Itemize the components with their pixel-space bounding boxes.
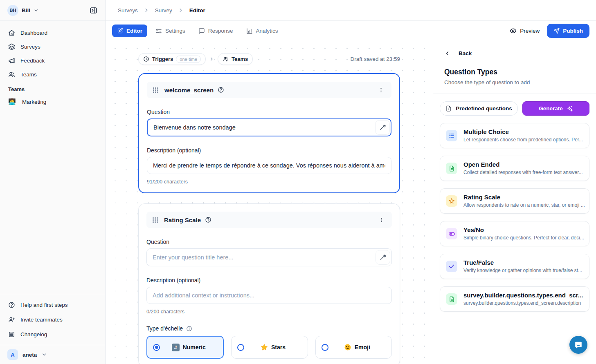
scale-option-emoji[interactable]: Emoji	[315, 336, 392, 359]
tab-response[interactable]: Response	[193, 25, 238, 38]
type-description: Allow respondents to rate on a numeric, …	[463, 202, 585, 208]
triggers-chip[interactable]: Triggers one-time	[138, 53, 206, 65]
tab-settings[interactable]: Settings	[151, 25, 190, 38]
chevron-right-icon	[178, 7, 184, 13]
panel-subtitle: Choose the type of question to add	[444, 79, 585, 94]
question-types-panel: Back Question Types Choose the type of q…	[433, 41, 596, 364]
question-card-welcome-screen[interactable]: welcome_screen Question	[138, 73, 400, 193]
app-root: BH Bill Dashboard Surv	[0, 0, 596, 364]
drag-handle-icon[interactable]	[153, 87, 159, 93]
send-icon	[553, 28, 560, 34]
sidebar-team-marketing[interactable]: 👩‍💻 Marketing	[0, 95, 105, 109]
tab-analytics[interactable]: Analytics	[241, 25, 283, 38]
question-card-header: Rating Scale	[146, 212, 392, 228]
welcome-description-input[interactable]	[147, 157, 391, 174]
sidebar-item-surveys[interactable]: Surveys	[0, 40, 105, 54]
panel-title: Question Types	[444, 68, 585, 76]
triggers-chip-label: Triggers	[152, 56, 173, 62]
breadcrumb-editor: Editor	[189, 7, 205, 13]
draft-status: Draft saved at 23:59	[350, 56, 400, 62]
preview-label: Preview	[520, 28, 540, 34]
teams-chip[interactable]: Teams	[218, 53, 253, 65]
question-type-list: Multiple Choice Let respondents choose f…	[433, 122, 596, 313]
ai-rewrite-button[interactable]	[376, 250, 390, 265]
sidebar-item-help[interactable]: Help and first steps	[0, 297, 105, 312]
predefined-questions-button[interactable]: Predefined questions	[440, 101, 518, 116]
card-menu-button[interactable]	[377, 215, 386, 225]
breadcrumb-surveys[interactable]: Surveys	[118, 7, 138, 13]
back-button[interactable]: Back	[444, 50, 472, 56]
panel-toggle-icon	[90, 7, 97, 14]
rating-description-input[interactable]	[146, 287, 392, 304]
type-card-multiple-choice[interactable]: Multiple Choice Let respondents choose f…	[440, 123, 589, 148]
panel-header: Back Question Types Choose the type of q…	[433, 41, 596, 94]
tab-editor[interactable]: Editor	[112, 25, 147, 37]
welcome-question-input[interactable]	[147, 118, 391, 136]
ai-rewrite-button[interactable]	[375, 120, 390, 135]
workspace-name: Bill	[22, 7, 30, 13]
sidebar-item-dashboard[interactable]: Dashboard	[0, 26, 105, 40]
help-circle-icon[interactable]	[205, 217, 211, 223]
workspace-switcher[interactable]: BH Bill	[0, 0, 105, 21]
type-card-open-ended[interactable]: Open Ended Collect detailed responses wi…	[440, 156, 589, 181]
sidebar-item-invite[interactable]: Invite teammates	[0, 312, 105, 327]
radio-checked	[153, 344, 160, 351]
type-card-yes-no[interactable]: Yes/No Simple binary choice questions. P…	[440, 221, 589, 246]
generate-button[interactable]: Generate	[522, 101, 589, 116]
teams-chip-label: Teams	[232, 56, 248, 62]
canvas-header: Triggers one-time Teams Draft saved at 2…	[138, 53, 400, 65]
edit-pencil-icon	[117, 28, 123, 34]
chat-bubble-icon	[574, 340, 583, 349]
tab-label: Editor	[126, 28, 142, 34]
check-icon	[446, 261, 457, 272]
help-circle-icon	[8, 301, 15, 308]
toggle-icon	[446, 228, 457, 239]
workspace-avatar: BH	[7, 5, 18, 16]
sidebar-item-feedback[interactable]: Feedback	[0, 54, 105, 67]
account-switcher[interactable]: A aneta	[0, 345, 105, 364]
sidebar-collapse-button[interactable]	[87, 4, 99, 16]
kebab-menu-icon	[378, 217, 385, 223]
rating-question-input[interactable]	[146, 248, 392, 266]
clock-icon	[143, 56, 149, 62]
hash-keycap-icon: #	[172, 344, 180, 351]
help-circle-icon[interactable]	[218, 87, 224, 93]
scale-option-stars[interactable]: Stars	[231, 336, 308, 359]
back-label: Back	[459, 50, 472, 56]
type-card-end-screen[interactable]: survey.builder.questions.types.end_scr..…	[440, 286, 589, 312]
tab-label: Analytics	[256, 28, 278, 34]
scale-option-numeric[interactable]: # Numeric	[146, 336, 224, 359]
type-card-rating-scale[interactable]: Rating Scale Allow respondents to rate o…	[440, 188, 589, 214]
preview-button[interactable]: Preview	[510, 27, 540, 34]
star-emoji-icon	[261, 344, 268, 351]
file-text-icon	[446, 293, 457, 305]
breadcrumb-survey[interactable]: Survey	[155, 7, 172, 13]
message-square-icon	[198, 28, 205, 34]
publish-button[interactable]: Publish	[547, 24, 589, 38]
info-circle-icon[interactable]	[186, 326, 192, 332]
chat-launcher-button[interactable]	[569, 336, 587, 354]
bar-chart-icon	[246, 28, 253, 34]
char-counter: 0/200 characters	[146, 309, 392, 315]
type-title: Open Ended	[463, 161, 499, 168]
drag-handle-icon[interactable]	[152, 217, 158, 223]
toolbar-actions: Preview Publish	[510, 24, 589, 38]
radio-unchecked	[237, 344, 244, 351]
sidebar-item-changelog[interactable]: Changelog	[0, 327, 105, 342]
question-card-rating-scale[interactable]: Rating Scale Question	[138, 203, 400, 364]
card-menu-button[interactable]	[376, 85, 386, 95]
survey-canvas: Triggers one-time Teams Draft saved at 2…	[106, 41, 433, 364]
question-card-title: welcome_screen	[164, 87, 224, 94]
scale-type-options: # Numeric Stars	[146, 336, 392, 359]
sidebar-item-label: Invite teammates	[20, 317, 63, 323]
chevron-left-icon	[444, 50, 450, 56]
question-field-label: Question	[146, 239, 392, 245]
sidebar-item-label: Teams	[20, 71, 37, 78]
type-card-true-false[interactable]: True/False Verify knowledge or gather op…	[440, 254, 589, 279]
magic-wand-icon	[379, 124, 386, 131]
scale-option-text: Numeric	[183, 344, 206, 351]
list-icon	[446, 130, 457, 141]
team-name: Marketing	[22, 99, 46, 105]
file-question-icon	[445, 105, 452, 112]
sidebar-item-teams[interactable]: Teams	[0, 67, 105, 81]
